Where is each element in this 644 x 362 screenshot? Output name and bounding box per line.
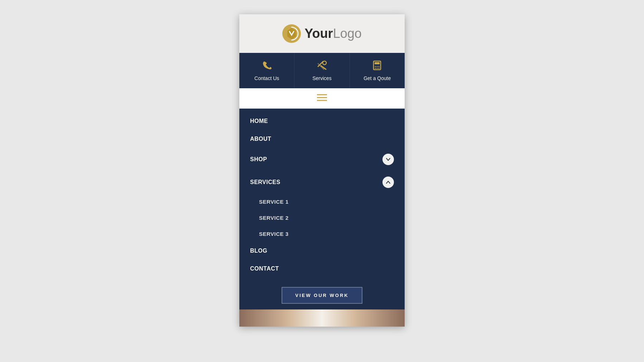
about-label: ABOUT bbox=[250, 136, 271, 142]
svg-point-11 bbox=[377, 68, 378, 69]
contact-label: CONTACT bbox=[250, 266, 279, 272]
logo-icon bbox=[282, 24, 301, 43]
get-a-quote-label: Get a Qoute bbox=[364, 75, 391, 81]
service-2-label: SERVICE 2 bbox=[259, 215, 289, 221]
nav-item-service-1[interactable]: SERVICE 1 bbox=[239, 194, 405, 210]
nav-item-services[interactable]: SERVICES bbox=[239, 171, 405, 194]
nav-get-a-quote[interactable]: Get a Qoute bbox=[350, 53, 405, 88]
contact-us-label: Contact Us bbox=[254, 75, 279, 81]
hamburger-bar[interactable] bbox=[239, 88, 405, 109]
top-nav-bar: Contact Us Services bbox=[239, 53, 405, 88]
service-3-label: SERVICE 3 bbox=[259, 231, 289, 237]
phone-icon bbox=[262, 60, 272, 73]
logo-text: YourLogo bbox=[304, 27, 361, 40]
view-our-work-button[interactable]: VIEW OUR WORK bbox=[282, 287, 362, 304]
bottom-cta-section: VIEW OUR WORK bbox=[239, 281, 405, 309]
svg-point-9 bbox=[379, 66, 380, 67]
shop-chevron-down[interactable] bbox=[382, 154, 394, 165]
blog-label: BLOG bbox=[250, 248, 267, 254]
home-label: HOME bbox=[250, 118, 268, 124]
services-label: Services bbox=[312, 75, 332, 81]
service-1-label: SERVICE 1 bbox=[259, 199, 289, 205]
logo-logo-text: Logo bbox=[333, 26, 362, 41]
hamburger-icon bbox=[317, 94, 327, 103]
nav-item-service-2[interactable]: SERVICE 2 bbox=[239, 210, 405, 226]
nav-contact-us[interactable]: Contact Us bbox=[239, 53, 294, 88]
nav-item-contact[interactable]: CONTACT bbox=[239, 260, 405, 278]
header: YourLogo bbox=[239, 14, 405, 53]
nav-item-shop[interactable]: SHOP bbox=[239, 148, 405, 171]
svg-point-8 bbox=[377, 66, 378, 67]
main-nav: HOME ABOUT SHOP SERVICES SERVICE 1 bbox=[239, 109, 405, 281]
svg-point-10 bbox=[375, 68, 376, 69]
services-chevron-up[interactable] bbox=[382, 177, 394, 188]
wrench-icon bbox=[317, 60, 327, 73]
nav-item-home[interactable]: HOME bbox=[239, 112, 405, 130]
nav-item-blog[interactable]: BLOG bbox=[239, 242, 405, 260]
services-nav-label: SERVICES bbox=[250, 179, 280, 185]
logo-your-text: Your bbox=[304, 26, 333, 41]
svg-point-12 bbox=[379, 68, 380, 69]
nav-services[interactable]: Services bbox=[294, 53, 350, 88]
svg-point-7 bbox=[375, 66, 376, 67]
calculator-icon bbox=[372, 60, 382, 73]
shop-label: SHOP bbox=[250, 156, 267, 163]
nav-item-about[interactable]: ABOUT bbox=[239, 130, 405, 148]
svg-rect-6 bbox=[375, 62, 380, 64]
logo[interactable]: YourLogo bbox=[282, 24, 361, 43]
phone-container: YourLogo Contact Us bbox=[239, 14, 405, 327]
svg-point-2 bbox=[323, 61, 326, 65]
nav-item-service-3[interactable]: SERVICE 3 bbox=[239, 226, 405, 242]
bottom-image-bar bbox=[239, 309, 405, 327]
